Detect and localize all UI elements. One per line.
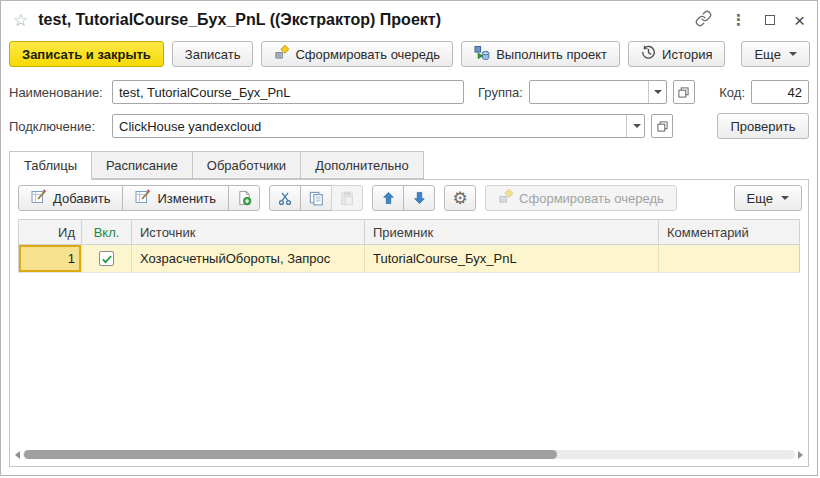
group-input[interactable] bbox=[530, 81, 648, 103]
column-header-target[interactable]: Приемник bbox=[365, 220, 659, 244]
favorite-star-icon[interactable]: ☆ bbox=[13, 12, 28, 29]
group-open-button[interactable] bbox=[673, 80, 695, 104]
cell-source[interactable]: ХозрасчетныйОбороты, Запрос bbox=[132, 245, 365, 272]
table-more-button[interactable]: Еще bbox=[734, 185, 802, 211]
tab-tables[interactable]: Таблицы bbox=[9, 151, 92, 180]
table-wand-icon bbox=[135, 189, 151, 208]
history-clock-icon bbox=[641, 45, 656, 63]
save-and-close-button[interactable]: Записать и закрыть bbox=[9, 41, 164, 67]
group-label: Группа: bbox=[478, 85, 523, 100]
window-controls: ⋮ × bbox=[695, 10, 805, 31]
connection-open-button[interactable] bbox=[651, 114, 673, 138]
move-down-button[interactable] bbox=[403, 185, 435, 211]
window-title: test, TutorialCourse_Бух_PnL ((Экстракто… bbox=[38, 11, 441, 29]
more-menu-icon[interactable]: ⋮ bbox=[731, 11, 746, 29]
arrow-up-icon bbox=[382, 191, 395, 205]
more-button[interactable]: Еще bbox=[741, 41, 809, 67]
add-document-button[interactable] bbox=[228, 185, 260, 211]
copy-icon bbox=[309, 191, 324, 206]
close-icon[interactable]: × bbox=[794, 11, 805, 30]
checkbox-checked-icon bbox=[101, 253, 113, 265]
queue-icon bbox=[274, 45, 289, 63]
enabled-checkbox[interactable] bbox=[99, 251, 114, 266]
name-input[interactable] bbox=[112, 80, 464, 104]
run-project-icon bbox=[474, 45, 490, 64]
cell-target[interactable]: TutorialCourse_Бух_PnL bbox=[365, 245, 659, 272]
connection-input[interactable] bbox=[113, 115, 626, 137]
connection-combo[interactable] bbox=[112, 114, 645, 138]
scissors-icon bbox=[278, 191, 292, 206]
connection-label: Подключение: bbox=[9, 119, 106, 134]
scroll-right-icon[interactable] bbox=[798, 451, 803, 459]
group-dropdown-icon[interactable] bbox=[648, 81, 666, 103]
cell-enabled[interactable] bbox=[82, 245, 132, 272]
scrollbar-track[interactable] bbox=[23, 450, 795, 459]
tab-additional[interactable]: Дополнительно bbox=[300, 151, 424, 179]
open-in-window-icon bbox=[678, 87, 689, 98]
run-project-button[interactable]: Выполнить проект bbox=[461, 41, 620, 67]
name-label: Наименование: bbox=[9, 85, 106, 100]
edit-row-button[interactable]: Изменить bbox=[122, 185, 229, 211]
history-button[interactable]: История bbox=[628, 41, 725, 67]
maximize-icon[interactable] bbox=[765, 15, 775, 25]
arrow-down-icon bbox=[413, 191, 426, 205]
table-toolbar: Добавить Изменить bbox=[10, 180, 808, 216]
table-form-queue-button: Сформировать очередь bbox=[485, 185, 677, 211]
chevron-down-icon bbox=[781, 196, 789, 200]
paste-icon bbox=[340, 191, 354, 206]
grid-header: Ид Вкл. Источник Приемник Комментарий bbox=[18, 219, 800, 245]
copy-button[interactable] bbox=[300, 185, 332, 211]
tables-grid: Ид Вкл. Источник Приемник Комментарий 1 … bbox=[18, 219, 800, 446]
cell-comment[interactable] bbox=[659, 245, 799, 272]
code-input[interactable] bbox=[751, 80, 809, 104]
settings-button[interactable]: ⚙ bbox=[444, 185, 476, 211]
code-label: Код: bbox=[719, 85, 745, 100]
table-row[interactable]: 1 ХозрасчетныйОбороты, Запрос TutorialCo… bbox=[18, 245, 800, 273]
open-in-window-icon bbox=[657, 121, 668, 132]
table-wand-icon bbox=[31, 189, 47, 208]
add-document-icon bbox=[237, 190, 252, 206]
command-bar: Записать и закрыть Записать Сформировать… bbox=[1, 39, 817, 71]
gear-icon: ⚙ bbox=[452, 190, 467, 207]
form-queue-button[interactable]: Сформировать очередь bbox=[261, 41, 453, 67]
tab-schedule[interactable]: Расписание bbox=[91, 151, 193, 179]
move-button-group bbox=[372, 185, 435, 211]
paste-button bbox=[331, 185, 363, 211]
save-button[interactable]: Записать bbox=[172, 41, 254, 67]
cut-button[interactable] bbox=[269, 185, 301, 211]
scrollbar-thumb[interactable] bbox=[24, 450, 557, 459]
tab-handlers[interactable]: Обработчики bbox=[192, 151, 301, 179]
chevron-down-icon bbox=[789, 52, 797, 56]
move-up-button[interactable] bbox=[372, 185, 404, 211]
add-row-button[interactable]: Добавить bbox=[18, 185, 123, 211]
extractor-project-window: ☆ test, TutorialCourse_Бух_PnL ((Экстрак… bbox=[0, 0, 818, 476]
scroll-left-icon[interactable] bbox=[15, 451, 20, 459]
titlebar: ☆ test, TutorialCourse_Бух_PnL ((Экстрак… bbox=[1, 1, 817, 39]
horizontal-scrollbar[interactable] bbox=[15, 448, 803, 461]
tables-panel: Добавить Изменить bbox=[9, 179, 809, 467]
column-header-enabled[interactable]: Вкл. bbox=[82, 220, 132, 244]
check-connection-button[interactable]: Проверить bbox=[717, 113, 809, 139]
edit-button-group: Добавить Изменить bbox=[18, 185, 260, 211]
form-row-connection: Подключение: Проверить bbox=[1, 113, 817, 139]
link-icon[interactable] bbox=[695, 10, 712, 31]
column-header-source[interactable]: Источник bbox=[132, 220, 365, 244]
form-row-name: Наименование: Группа: Код: bbox=[1, 80, 817, 104]
group-combo[interactable] bbox=[529, 80, 667, 104]
clipboard-button-group bbox=[269, 185, 363, 211]
cell-id[interactable]: 1 bbox=[19, 245, 82, 272]
column-header-comment[interactable]: Комментарий bbox=[659, 220, 799, 244]
column-header-id[interactable]: Ид bbox=[19, 220, 82, 244]
tab-bar: Таблицы Расписание Обработчики Дополните… bbox=[9, 151, 817, 179]
queue-icon bbox=[498, 189, 513, 207]
connection-dropdown-icon[interactable] bbox=[626, 115, 644, 137]
